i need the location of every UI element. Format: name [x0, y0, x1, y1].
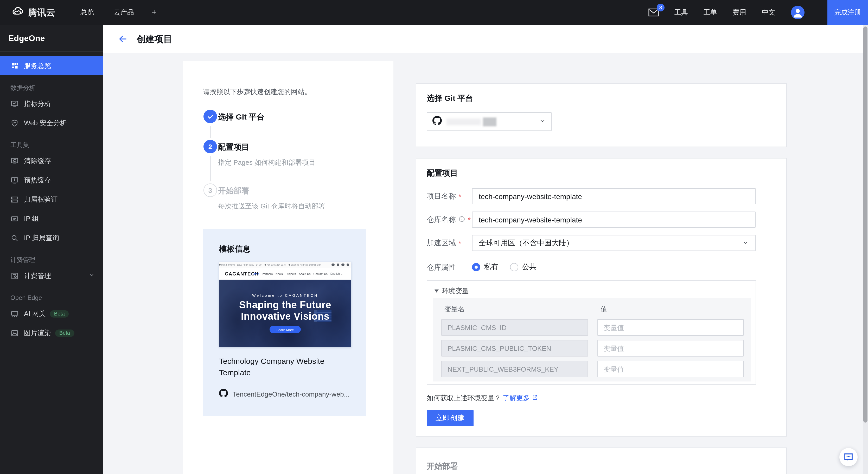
sidebar-item-web-security-analysis[interactable]: Web 安全分析: [0, 113, 103, 133]
nav-language[interactable]: 中文: [762, 8, 775, 17]
project-name-input[interactable]: [472, 188, 755, 204]
env-col-name: 变量名: [444, 305, 465, 314]
sidebar-item-purge-cache[interactable]: 清除缓存: [0, 151, 103, 170]
step-connector: [210, 126, 211, 138]
scrollbar-thumb[interactable]: [863, 27, 867, 422]
nav-tools[interactable]: 工具: [674, 8, 688, 17]
sidebar-item-image-rendering[interactable]: 图片渲染 Beta: [0, 323, 103, 342]
notification-badge: 3: [657, 4, 664, 11]
sidebar-item-label: 清除缓存: [24, 156, 51, 166]
required-asterisk: *: [468, 216, 471, 224]
messages-button[interactable]: 3: [648, 8, 659, 16]
sidebar-item-label: Web 安全分析: [24, 118, 67, 128]
repo-name-input[interactable]: [472, 211, 755, 228]
env-table: 变量名 值: [433, 298, 751, 381]
env-variables-box: 环境变量 变量名 值: [427, 280, 756, 384]
required-asterisk: *: [459, 239, 461, 247]
billing-doc-icon: [10, 272, 19, 280]
sidebar-item-ip-lookup[interactable]: IP 归属查询: [0, 228, 103, 247]
step1-circle: [204, 110, 217, 123]
image-icon: [10, 329, 19, 337]
content-area: 请按照以下步骤快速创建您的网站。 选择 Git 平台 2 配置项目 指定 Pag…: [103, 53, 868, 474]
sidebar-item-metrics-analysis[interactable]: 指标分析: [0, 94, 103, 113]
prewarm-cache-icon: [10, 176, 19, 184]
sidebar-item-ownership-verification[interactable]: 归属权验证: [0, 190, 103, 209]
sidebar-item-prewarm-cache[interactable]: 预热缓存: [0, 170, 103, 190]
deploy-card-title: 开始部署: [427, 462, 458, 471]
radio-public[interactable]: 公共: [510, 263, 536, 272]
tencent-cloud-logo-icon: [11, 5, 24, 20]
back-arrow-icon[interactable]: [118, 34, 128, 44]
step3-desc: 每次推送至该 Git 仓库时将自动部署: [218, 202, 325, 211]
radio-private[interactable]: 私有: [472, 263, 499, 272]
sidebar-item-label: 指标分析: [24, 99, 51, 108]
nav-billing[interactable]: 费用: [733, 8, 746, 17]
env-collapse-toggle[interactable]: 环境变量: [435, 286, 469, 296]
git-platform-select[interactable]: [427, 112, 552, 131]
tencent-cloud-logo[interactable]: 腾讯云: [11, 5, 55, 20]
template-preview-image: Mon-Fri 08:00 - 18:00 / Sun 08:00 - 14:0…: [219, 262, 351, 347]
sidebar-item-ai-gateway[interactable]: AI 网关 Beta: [0, 304, 103, 323]
step3-title: 开始部署: [218, 186, 249, 196]
required-asterisk: *: [459, 192, 461, 201]
chat-bubble-icon: [843, 452, 854, 462]
nav-overview[interactable]: 总览: [81, 8, 94, 17]
preview-social-icons: [332, 263, 349, 266]
step2-circle: 2: [204, 140, 217, 153]
chevron-down-icon: [89, 272, 95, 280]
sidebar-product-title: EdgeOne: [0, 25, 103, 52]
git-card-title: 选择 Git 平台: [427, 94, 473, 103]
env-value-input[interactable]: [597, 319, 744, 336]
preview-topbar: Mon-Fri 08:00 - 18:00 / Sun 08:00 - 14:0…: [219, 262, 351, 268]
step1-title: 选择 Git 平台: [218, 112, 265, 122]
create-now-button[interactable]: 立即创建: [427, 410, 473, 426]
page-header: 创建项目: [103, 25, 868, 53]
preview-learn-more-button: Learn More: [270, 326, 301, 333]
user-avatar[interactable]: [791, 6, 805, 19]
sidebar-item-label: 归属权验证: [24, 195, 58, 204]
sidebar-item-ip-group[interactable]: IP IP 组: [0, 209, 103, 228]
learn-more-link[interactable]: 了解更多: [503, 394, 538, 403]
metrics-monitor-icon: [10, 100, 19, 108]
user-icon: [791, 6, 805, 19]
info-icon[interactable]: [459, 216, 465, 224]
caret-down-icon: [435, 290, 439, 293]
sidebar-item-label: 服务总览: [24, 61, 51, 70]
sidebar-section-data-analysis: 数据分析: [0, 82, 103, 93]
template-repo-link[interactable]: TencentEdgeOne/tech-company-web...: [219, 389, 350, 399]
chat-support-button[interactable]: [839, 448, 858, 466]
sidebar-item-billing-management[interactable]: 计费管理: [0, 266, 103, 285]
steps-intro-text: 请按照以下步骤快速创建您的网站。: [203, 87, 311, 97]
gateway-icon: [10, 309, 19, 318]
radio-selected-icon: [472, 263, 480, 271]
grid-icon: [10, 62, 19, 70]
region-select[interactable]: 全球可用区（不含中国大陆）: [472, 235, 755, 251]
beta-badge: Beta: [50, 310, 69, 317]
nav-tickets[interactable]: 工单: [704, 8, 717, 17]
env-help-line: 如何获取上述环境变量？ 了解更多: [427, 394, 538, 403]
page-title: 创建项目: [137, 33, 172, 45]
env-value-input[interactable]: [597, 361, 744, 377]
sidebar-section-billing: 计费管理: [0, 255, 103, 265]
add-tab-button[interactable]: +: [152, 8, 157, 17]
svg-text:IP: IP: [13, 217, 16, 221]
sidebar-item-label: IP 归属查询: [24, 233, 59, 242]
git-account-redacted: [483, 117, 496, 126]
step2-desc: 指定 Pages 如何构建和部署项目: [218, 158, 315, 167]
complete-registration-button[interactable]: 完成注册: [828, 0, 868, 25]
region-label: 加速区域*: [427, 239, 461, 248]
sidebar-item-service-overview[interactable]: 服务总览: [0, 56, 103, 75]
env-value-input[interactable]: [597, 340, 744, 357]
project-name-label: 项目名称*: [427, 192, 461, 201]
tencent-cloud-logo-text: 腾讯云: [28, 6, 55, 19]
config-card-title: 配置项目: [427, 168, 458, 178]
radio-unselected-icon: [510, 263, 518, 271]
sidebar: EdgeOne 服务总览 数据分析: [0, 25, 103, 474]
preview-hero: Welcome to CAGANTECH Shaping the FutureI…: [219, 280, 351, 347]
scrollbar-track[interactable]: [863, 25, 868, 474]
sidebar-section-toolset: 工具集: [0, 140, 103, 150]
start-deploy-card: 开始部署: [416, 447, 787, 474]
shield-icon: [10, 119, 19, 127]
nav-cloud-products[interactable]: 云产品: [114, 8, 134, 17]
step2-title: 配置项目: [218, 142, 249, 152]
